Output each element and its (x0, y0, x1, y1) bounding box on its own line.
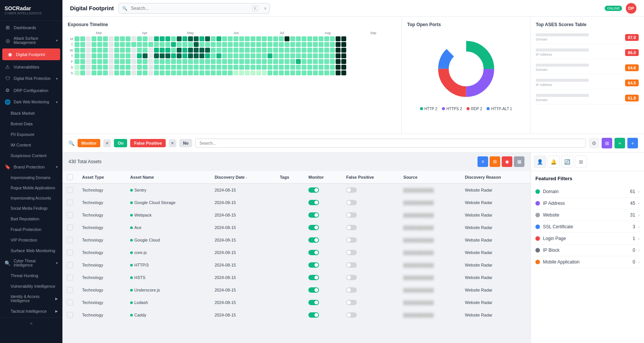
fp-toggle[interactable] (346, 237, 357, 243)
sidebar-item-digital-footprint[interactable]: ◉ Digital Footprint (2, 48, 60, 60)
fp-toggle[interactable] (346, 225, 357, 230)
featured-filter-item[interactable]: IP Block 0 › (535, 245, 639, 256)
row-checkbox[interactable] (67, 200, 73, 206)
row-checkbox[interactable] (67, 274, 73, 281)
filter-settings-btn[interactable]: ⚙ (589, 138, 599, 148)
sidebar-item-attack-surface[interactable]: ◎ Attack Surface Management ▾ (0, 33, 62, 48)
monitor-toggle[interactable] (308, 187, 319, 193)
cell-false-positive[interactable] (342, 296, 399, 309)
sidebar-collapse-btn[interactable]: « (0, 317, 62, 329)
filter-add-btn[interactable]: + (614, 138, 625, 148)
monitor-toggle[interactable] (308, 287, 319, 293)
cell-monitor[interactable] (304, 246, 342, 259)
no-filter-btn[interactable]: No (179, 139, 193, 147)
false-positive-btn[interactable]: False Positive (130, 139, 165, 147)
cell-monitor[interactable] (304, 309, 342, 321)
rpanel-tab-layout[interactable]: ⊞ (575, 156, 587, 168)
cell-monitor[interactable] (304, 296, 342, 309)
filter-search-input[interactable] (195, 139, 586, 148)
cell-false-positive[interactable] (342, 196, 399, 209)
cell-false-positive[interactable] (342, 246, 399, 259)
sidebar-item-threat-hunting[interactable]: Threat Hunting (0, 270, 62, 281)
cell-false-positive[interactable] (342, 309, 399, 321)
monitor-toggle[interactable] (308, 275, 319, 280)
rpanel-tab-refresh[interactable]: 🔄 (561, 156, 573, 168)
on-filter-btn[interactable]: On (114, 139, 127, 147)
sidebar-item-impersonating-domains[interactable]: Impersonating Domains (0, 173, 62, 183)
view-btn-grid[interactable]: ⊞ (490, 156, 500, 167)
equals1-btn[interactable]: = (103, 139, 111, 147)
avatar[interactable]: DP (626, 3, 636, 14)
sidebar-item-pii[interactable]: PII Exposure (0, 129, 62, 140)
sidebar-item-botnet[interactable]: Botnet Data (0, 118, 62, 129)
cell-monitor[interactable] (304, 221, 342, 234)
row-checkbox[interactable] (67, 312, 73, 318)
rpanel-tab-user[interactable]: 👤 (534, 156, 546, 168)
sidebar-item-vuln-intel[interactable]: Vulnerability Intelligence (0, 281, 62, 292)
row-checkbox[interactable] (67, 287, 73, 293)
sidebar-item-suspicious[interactable]: Suspicious Content (0, 150, 62, 161)
cell-monitor[interactable] (304, 196, 342, 209)
sidebar-item-vulnerabilities[interactable]: ⚠ Vulnerabilities (0, 61, 62, 73)
sidebar-item-black-market[interactable]: Black Market (0, 108, 62, 118)
monitor-toggle[interactable] (308, 200, 319, 205)
equals2-btn[interactable]: = (169, 139, 176, 147)
monitor-filter-btn[interactable]: Monitor (78, 139, 100, 147)
row-checkbox[interactable] (67, 237, 73, 243)
sidebar-item-impersonating-accounts[interactable]: Impersonating Accounts (0, 193, 62, 203)
featured-filter-item[interactable]: Domain 61 › (535, 186, 639, 198)
monitor-toggle[interactable] (308, 312, 319, 318)
cell-monitor[interactable] (304, 284, 342, 296)
sidebar-item-bad-reputation[interactable]: Bad Reputation (0, 214, 62, 224)
sidebar-item-vip[interactable]: VIP Protection (0, 235, 62, 245)
filter-view-btn[interactable]: ⊞ (602, 138, 612, 148)
sidebar-item-fraud[interactable]: Fraud Protection (0, 224, 62, 235)
sidebar-item-dark-web[interactable]: 🌐 Dark Web Monitoring ▾ (0, 96, 62, 108)
sidebar-item-im[interactable]: IM Content (0, 140, 62, 150)
sidebar-item-brand[interactable]: 🔖 Brand Protection ▾ (0, 161, 62, 173)
search-clear-icon[interactable]: ✕ (264, 6, 267, 10)
view-btn-chart[interactable]: ▦ (514, 156, 524, 167)
cell-monitor[interactable] (304, 271, 342, 284)
featured-filter-item[interactable]: IP Address 45 › (535, 198, 639, 209)
fp-toggle[interactable] (346, 187, 357, 193)
cell-false-positive[interactable] (342, 259, 399, 271)
cell-monitor[interactable] (304, 184, 342, 196)
cell-monitor[interactable] (304, 259, 342, 271)
sidebar-item-dashboards[interactable]: ⊞ Dashboards (0, 22, 62, 33)
fp-toggle[interactable] (346, 312, 357, 318)
row-checkbox[interactable] (67, 299, 73, 306)
view-btn-map[interactable]: ◉ (502, 156, 512, 167)
fp-toggle[interactable] (346, 200, 357, 205)
sidebar-item-cti[interactable]: 🔍 Cyber Threat Intelligence ▾ (0, 256, 62, 270)
monitor-toggle[interactable] (308, 250, 319, 255)
row-checkbox[interactable] (67, 187, 73, 193)
sidebar-item-social-media[interactable]: Social Media Findings (0, 203, 62, 214)
featured-filter-item[interactable]: SSL Certificate 3 › (535, 221, 639, 233)
view-btn-list[interactable]: ≡ (478, 156, 488, 167)
table-scroll-area[interactable]: Asset Type Asset Name Discovery Date ↓ T… (62, 171, 530, 343)
sidebar-item-rogue-mobile[interactable]: Rogue Mobile Applications (0, 183, 62, 193)
sidebar-item-identity-access[interactable]: Identity & Access Intelligence ▶ (0, 292, 62, 306)
filter-more-btn[interactable]: + (627, 138, 638, 148)
sidebar-item-drp-config[interactable]: ⚙ DRP Configuration (0, 84, 62, 96)
cell-false-positive[interactable] (342, 284, 399, 296)
cell-false-positive[interactable] (342, 271, 399, 284)
cell-false-positive[interactable] (342, 209, 399, 221)
fp-toggle[interactable] (346, 262, 357, 268)
row-checkbox[interactable] (67, 262, 73, 268)
row-checkbox[interactable] (67, 225, 73, 231)
fp-toggle[interactable] (346, 250, 357, 255)
monitor-toggle[interactable] (308, 212, 319, 218)
cell-false-positive[interactable] (342, 184, 399, 196)
sidebar-item-surface-web[interactable]: Surface Web Monitoring (0, 245, 62, 256)
monitor-toggle[interactable] (308, 300, 319, 305)
monitor-toggle[interactable] (308, 262, 319, 268)
featured-filter-item[interactable]: Mobile Application 0 › (535, 256, 639, 268)
fp-toggle[interactable] (346, 287, 357, 293)
rpanel-tab-bell[interactable]: 🔔 (548, 156, 560, 168)
fp-toggle[interactable] (346, 300, 357, 305)
row-checkbox[interactable] (67, 249, 73, 256)
cell-monitor[interactable] (304, 234, 342, 246)
sidebar-item-tactical[interactable]: Tactical Intelligence ▶ (0, 306, 62, 316)
